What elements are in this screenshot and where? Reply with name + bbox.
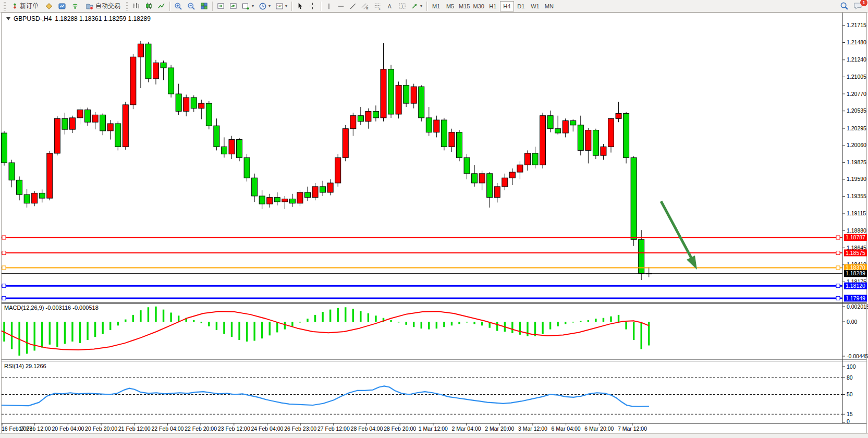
search-icon [840, 2, 849, 10]
line-chart-button[interactable] [155, 1, 167, 12]
signals-button[interactable] [69, 1, 81, 12]
text-label-button[interactable]: T [396, 1, 408, 12]
text-icon: A [386, 3, 394, 10]
timeframe-W1[interactable]: W1 [528, 1, 542, 11]
new-order-button[interactable]: 新订单 [8, 1, 42, 12]
equidistant-channel-button[interactable]: E [359, 1, 371, 12]
equidistant-channel-icon: E [361, 2, 369, 10]
symbol-dropdown-icon[interactable] [6, 17, 10, 20]
templates-icon [275, 2, 284, 10]
timeframe-H4[interactable]: H4 [500, 1, 514, 11]
timeframe-H1[interactable]: H1 [486, 1, 500, 11]
zoom-out-icon [187, 2, 195, 10]
tile-windows-button[interactable] [198, 1, 210, 12]
chevron-down-icon: ▾ [268, 4, 271, 8]
toolbar-separator [321, 2, 321, 11]
text-label-icon: T [398, 2, 406, 10]
vertical-line-button[interactable] [323, 1, 335, 12]
new-order-label: 新订单 [20, 2, 39, 10]
chevron-down-icon: ▾ [252, 4, 254, 8]
toolbar-grip [4, 2, 6, 10]
toolbar-separator [169, 2, 170, 11]
rsi-indicator-header: RSI(14) 29.1266 [4, 363, 46, 369]
svg-text:A: A [388, 3, 392, 9]
arrows-icon [411, 2, 419, 10]
main-toolbar: 新订单 自动交易 [0, 0, 868, 13]
toolbar-grip [126, 2, 128, 10]
chart-shift-icon [217, 2, 225, 10]
zoom-in-icon [174, 2, 182, 10]
crosshair-button[interactable] [307, 1, 319, 12]
macd-pane-resize-handle[interactable] [2, 301, 842, 305]
svg-text:E: E [366, 6, 368, 10]
horizontal-line-button[interactable] [335, 1, 347, 12]
price-axis[interactable] [842, 13, 868, 423]
fibonacci-button[interactable]: F [372, 1, 384, 12]
templates-button[interactable]: ▾ [273, 1, 289, 12]
new-chart-icon [242, 2, 250, 10]
svg-text:F: F [378, 7, 381, 10]
timeframe-MN[interactable]: MN [542, 1, 556, 11]
vertical-line-icon [325, 3, 333, 10]
rsi-levels [2, 378, 842, 414]
chart-autoscroll-icon [229, 2, 237, 10]
chart-title: GBPUSD-,H4 1.18288 1.18361 1.18259 1.182… [6, 15, 151, 22]
horizontal-line-icon [337, 3, 345, 10]
fibonacci-icon: F [374, 2, 382, 10]
trendline-button[interactable] [347, 1, 359, 12]
cursor-icon [296, 2, 304, 10]
macd-signal-line [2, 311, 649, 350]
auto-trading-label: 自动交易 [95, 2, 120, 10]
chart-plot-area[interactable] [2, 13, 842, 301]
timeframe-M1[interactable]: M1 [429, 1, 443, 11]
data-window-button[interactable] [56, 1, 68, 12]
arrows-button[interactable]: ▾ [409, 1, 424, 12]
macd-indicator-header: MACD(12,26,9) -0.003116 -0.000518 [4, 305, 99, 311]
timeframe-group: M1M5M15M30H1H4D1W1MN [429, 1, 556, 11]
zoom-out-button[interactable] [185, 1, 198, 12]
rsi-line [2, 386, 649, 406]
toolbar-separator [212, 2, 213, 11]
zoom-in-button[interactable] [172, 1, 185, 12]
chart-autoscroll-button[interactable] [227, 1, 239, 12]
text-button[interactable]: A [384, 1, 396, 12]
auto-trading-icon [85, 2, 94, 10]
time-axis[interactable] [2, 423, 842, 433]
new-order-icon [11, 3, 18, 9]
periods-button[interactable]: ▾ [256, 1, 273, 12]
trendline-icon [349, 3, 357, 10]
window-bottom-edge [0, 433, 868, 438]
crosshair-icon [309, 2, 316, 10]
clock-icon [259, 2, 267, 10]
blue-chart-icon [58, 2, 66, 10]
search-button[interactable] [838, 1, 851, 12]
candlestick-chart-button[interactable] [143, 1, 155, 12]
timeframe-M5[interactable]: M5 [443, 1, 457, 11]
timeframe-M15[interactable]: M15 [457, 1, 471, 11]
chevron-down-icon: ▾ [285, 4, 287, 8]
timeframe-D1[interactable]: D1 [514, 1, 528, 11]
svg-text:T: T [401, 4, 404, 9]
chevron-down-icon: ▾ [420, 4, 422, 8]
new-chart-button[interactable]: ▾ [240, 1, 256, 12]
tile-windows-icon [200, 2, 208, 10]
candlestick-chart-icon [145, 2, 153, 10]
rsi-pane-resize-handle[interactable] [2, 359, 842, 362]
market-watch-button[interactable] [43, 1, 55, 12]
signal-icon [71, 2, 79, 10]
chart-shift-button[interactable] [215, 1, 227, 12]
bar-chart-icon [132, 2, 140, 10]
bar-chart-button[interactable] [130, 1, 142, 12]
auto-trading-button[interactable]: 自动交易 [82, 1, 124, 12]
notification-badge[interactable]: 1 [860, 0, 868, 7]
toolbar-separator [291, 2, 292, 11]
gold-diamond-icon [45, 2, 53, 10]
toolbar-separator [426, 2, 427, 11]
cursor-button[interactable] [294, 1, 306, 12]
ohlc-values: 1.18288 1.18361 1.18259 1.18289 [55, 15, 151, 22]
symbol-period-label: GBPUSD-,H4 [14, 15, 52, 22]
line-chart-icon [157, 2, 165, 10]
timeframe-M30[interactable]: M30 [471, 1, 485, 11]
